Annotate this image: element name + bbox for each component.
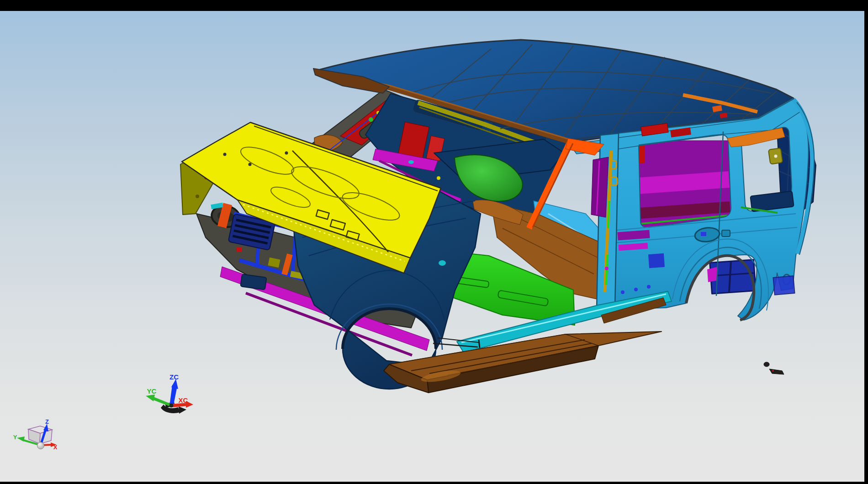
sill-blue-dot-1	[621, 290, 625, 294]
wcs-y-tip	[146, 395, 155, 401]
sill-blue-dot-3	[647, 285, 651, 289]
wcs-y-axis[interactable]	[151, 396, 172, 407]
door-handle-plate	[722, 230, 730, 237]
wcs-base-arrow	[179, 406, 186, 414]
right-frame-bar	[864, 0, 868, 484]
abs-z-label: Z	[45, 418, 49, 425]
abs-cube	[28, 426, 52, 444]
abs-origin-sphere[interactable]	[37, 442, 44, 449]
debris-dot[interactable]	[764, 362, 769, 367]
wcs-z-label: ZC	[169, 373, 179, 381]
cowl-yellow-clip	[437, 176, 440, 180]
rear-lower-blue-box[interactable]	[773, 276, 794, 295]
fender-teal-grommet	[439, 260, 446, 266]
loose-debris[interactable]	[764, 362, 784, 374]
hood-bolt-1	[223, 153, 227, 156]
cowl-teal-clip	[408, 160, 414, 164]
door-handle-blue	[701, 232, 706, 236]
abs-y-tip	[17, 437, 25, 442]
car-model[interactable]	[180, 40, 816, 393]
cowl-purple-band[interactable]	[591, 157, 609, 217]
hood-bolt-3	[249, 163, 252, 166]
red-bit-1	[237, 247, 242, 252]
wcs-x-label: XC	[179, 396, 188, 404]
debris-bracket[interactable]	[769, 369, 784, 374]
board-wire-post	[479, 340, 480, 348]
bottom-frame-bar	[0, 482, 868, 484]
b-pillar-magenta-dot	[605, 267, 609, 270]
hood-bolt-2	[285, 152, 288, 155]
olive-bracket-hole	[774, 155, 778, 158]
sill-blue-dot-2	[634, 288, 638, 291]
pillar-green-clip	[369, 117, 373, 122]
debris-red-speck	[772, 370, 774, 372]
top-frame-bar	[0, 0, 868, 11]
wcs-y-label: YC	[147, 387, 157, 395]
wcs-origin[interactable]	[169, 404, 174, 408]
abs-x-label: X	[53, 444, 58, 451]
doorgap-blue-patch	[648, 253, 665, 268]
abs-triad[interactable]: Z Y X	[13, 418, 58, 451]
blade-hole	[196, 195, 199, 198]
wcs-triad[interactable]: ZC YC XC	[146, 373, 193, 414]
abs-y-label: Y	[13, 434, 17, 441]
application-window: ZC YC XC Z Y X	[0, 0, 868, 484]
3d-model-canvas[interactable]: ZC YC XC Z Y X	[0, 0, 868, 484]
